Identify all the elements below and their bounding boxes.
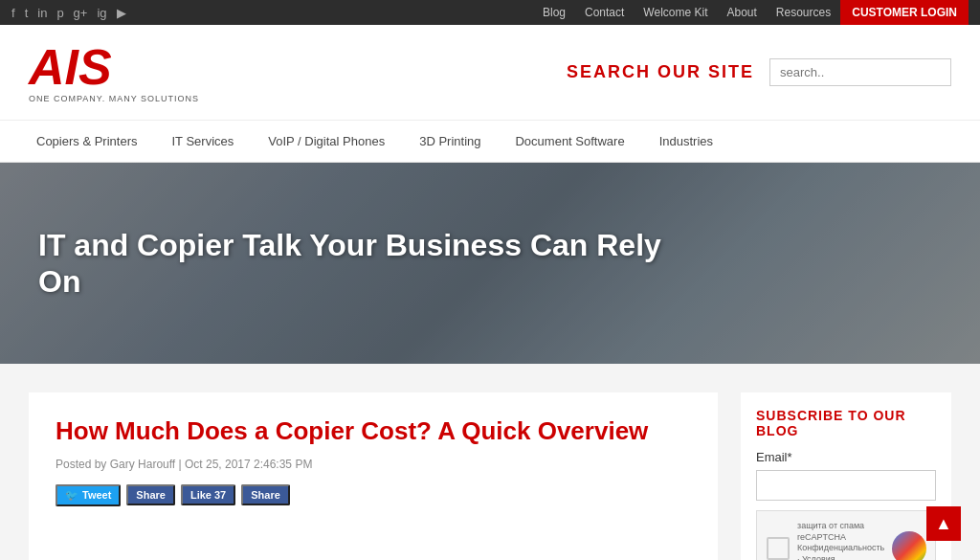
facebook-icon[interactable]: f [11, 6, 15, 20]
recaptcha-logo [892, 531, 926, 560]
facebook-share-button[interactable]: Share [126, 484, 175, 505]
subscribe-title: SUBSCRIBE TO OUR BLOG [756, 408, 936, 438]
logo[interactable]: AIS [29, 42, 199, 92]
twitter-share-icon: 🐦 [65, 489, 78, 502]
search-label: SEARCH OUR SITE [567, 62, 754, 82]
main-content: How Much Does a Copier Cost? A Quick Ove… [29, 392, 718, 560]
twitter-icon[interactable]: t [25, 6, 29, 20]
facebook-share-label: Share [136, 489, 166, 501]
nav-voip[interactable]: VoIP / Digital Phones [251, 121, 402, 163]
article-title: How Much Does a Copier Cost? A Quick Ove… [56, 415, 691, 448]
top-nav-blog[interactable]: Blog [533, 0, 575, 25]
subscribe-widget: SUBSCRIBE TO OUR BLOG Email* защита от с… [741, 392, 951, 560]
recaptcha-checkbox[interactable] [767, 537, 790, 560]
logo-subtitle: ONE COMPANY. MANY SOLUTIONS [29, 94, 199, 103]
main-nav: Copiers & Printers IT Services VoIP / Di… [0, 121, 980, 163]
header: AIS ONE COMPANY. MANY SOLUTIONS SEARCH O… [0, 25, 980, 121]
top-nav-contact[interactable]: Contact [575, 0, 634, 25]
instagram-icon[interactable]: ig [97, 6, 106, 20]
recaptcha-widget: защита от спама reCAPTCHA Конфиденциальн… [756, 510, 936, 560]
nav-it-services[interactable]: IT Services [154, 121, 251, 163]
tweet-button[interactable]: 🐦 Tweet [56, 484, 121, 506]
hero-banner: IT and Copier Talk Your Business Can Rel… [0, 163, 980, 364]
sidebar: SUBSCRIBE TO OUR BLOG Email* защита от с… [741, 392, 951, 560]
recaptcha-text: защита от спама reCAPTCHA Конфиденциальн… [797, 521, 884, 560]
email-input[interactable] [756, 470, 936, 501]
nav-document-software[interactable]: Document Software [498, 121, 641, 163]
customer-login-button[interactable]: CUSTOMER LOGIN [840, 0, 969, 25]
social-icons: f t in p g+ ig ▶ [11, 6, 126, 20]
linkedin-icon[interactable]: in [37, 6, 47, 20]
top-bar: f t in p g+ ig ▶ Blog Contact Welcome Ki… [0, 0, 980, 25]
youtube-icon[interactable]: ▶ [117, 6, 126, 20]
facebook-like-button[interactable]: Like 37 [181, 484, 235, 505]
pinterest-icon[interactable]: p [56, 6, 63, 20]
top-nav-welcome-kit[interactable]: Welcome Kit [634, 0, 717, 25]
share-label-2: Share [251, 489, 280, 501]
nav-copiers-printers[interactable]: Copiers & Printers [19, 121, 154, 163]
nav-3d-printing[interactable]: 3D Printing [402, 121, 498, 163]
article-meta: Posted by Gary Harouff | Oct 25, 2017 2:… [56, 458, 691, 471]
email-label: Email* [756, 450, 936, 464]
facebook-like-label: Like 37 [190, 489, 226, 501]
search-input[interactable] [769, 58, 951, 86]
gplus-icon[interactable]: g+ [74, 6, 88, 20]
scroll-to-top-button[interactable]: ▲ [926, 506, 961, 541]
top-nav-about[interactable]: About [718, 0, 767, 25]
search-area: SEARCH OUR SITE [567, 58, 951, 86]
top-nav-resources[interactable]: Resources [767, 0, 840, 25]
logo-area: AIS ONE COMPANY. MANY SOLUTIONS [29, 42, 199, 103]
share-button-2[interactable]: Share [241, 484, 290, 505]
tweet-label: Tweet [82, 489, 111, 501]
content-area: How Much Does a Copier Cost? A Quick Ove… [0, 364, 980, 560]
top-nav: Blog Contact Welcome Kit About Resources… [533, 0, 969, 25]
social-share-buttons: 🐦 Tweet Share Like 37 Share [56, 484, 691, 506]
hero-title: IT and Copier Talk Your Business Can Rel… [38, 227, 708, 301]
hero-overlay: IT and Copier Talk Your Business Can Rel… [0, 163, 980, 364]
nav-industries[interactable]: Industries [642, 121, 730, 163]
